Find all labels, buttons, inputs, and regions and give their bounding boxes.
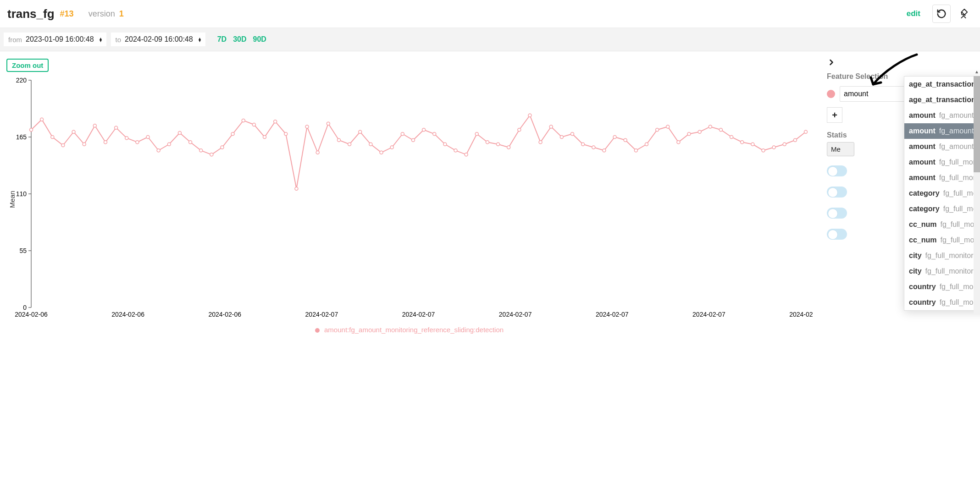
scrollbar-thumb[interactable] [974, 76, 980, 172]
svg-point-62 [475, 132, 478, 136]
dropdown-option[interactable]: age_at_transactionfg_full_monitoring_sli… [904, 92, 980, 108]
svg-point-51 [359, 130, 362, 133]
page-title: trans_fg [7, 7, 55, 21]
header-bar: trans_fg #13 version 1 edit [0, 0, 980, 28]
svg-point-40 [242, 119, 245, 122]
refresh-button[interactable] [932, 5, 951, 23]
svg-point-41 [252, 123, 255, 126]
svg-point-48 [327, 122, 330, 125]
svg-point-93 [804, 130, 808, 133]
svg-text:55: 55 [19, 247, 27, 254]
svg-point-72 [581, 143, 585, 146]
svg-point-20 [30, 128, 33, 132]
svg-text:165: 165 [16, 133, 27, 141]
svg-point-91 [783, 143, 786, 146]
date-toolbar: from 2023-01-09 16:00:48 ▴▾ to 2024-02-0… [0, 28, 980, 51]
svg-point-63 [486, 141, 489, 144]
dropdown-scrollbar[interactable]: ▲ [974, 76, 980, 314]
svg-point-59 [443, 143, 447, 146]
svg-point-21 [40, 118, 44, 121]
svg-point-81 [677, 141, 680, 144]
toggle-1[interactable] [827, 165, 847, 176]
svg-point-68 [539, 141, 542, 144]
svg-point-86 [730, 136, 733, 139]
svg-text:0: 0 [23, 304, 27, 311]
dropdown-option[interactable]: cc_numfg_full_monitoring_sliding [904, 232, 980, 248]
toggle-4[interactable] [827, 229, 847, 240]
svg-point-45 [295, 187, 298, 190]
dropdown-option[interactable]: categoryfg_full_monitoring_sliding [904, 201, 980, 217]
svg-point-65 [507, 146, 510, 149]
svg-point-78 [645, 143, 648, 146]
dropdown-option[interactable]: amountfg_full_monitoring_sliding [904, 170, 980, 186]
svg-point-76 [624, 138, 627, 142]
quick-range-7d[interactable]: 7D [217, 35, 227, 44]
svg-point-42 [263, 136, 266, 139]
svg-text:2024-02-07: 2024-02-07 [499, 311, 532, 318]
legend-label: amount:fg_amount_monitoring_reference_sl… [324, 326, 504, 334]
svg-point-43 [274, 120, 277, 123]
dropdown-option[interactable]: cityfg_full_monitoring_sliding [904, 263, 980, 279]
dropdown-option[interactable]: categoryfg_full_monitoring [904, 186, 980, 201]
svg-point-70 [560, 136, 563, 139]
svg-point-52 [369, 143, 372, 146]
svg-text:2024-02-06: 2024-02-06 [15, 311, 48, 318]
statistic-select[interactable]: Me [827, 142, 854, 156]
svg-point-57 [422, 128, 426, 132]
svg-point-35 [189, 141, 192, 144]
svg-point-26 [93, 124, 96, 127]
zoom-out-button[interactable]: Zoom out [6, 59, 49, 72]
svg-point-60 [454, 149, 457, 152]
svg-text:2024-02-07: 2024-02-07 [305, 311, 338, 318]
svg-point-47 [316, 151, 319, 154]
svg-point-85 [719, 128, 722, 132]
svg-point-77 [634, 149, 637, 152]
svg-point-46 [305, 125, 309, 128]
svg-point-75 [613, 136, 616, 139]
line-chart: 0551101652202024-02-062024-02-062024-02-… [6, 76, 813, 323]
dropdown-option[interactable]: countryfg_full_monitoring [904, 279, 980, 295]
svg-text:220: 220 [16, 77, 27, 84]
svg-point-67 [528, 114, 532, 117]
version-label: version 1 [89, 9, 124, 19]
quick-range-30d[interactable]: 30D [233, 35, 246, 44]
svg-point-53 [380, 151, 383, 154]
svg-point-82 [687, 132, 691, 136]
quick-range-90d[interactable]: 90D [253, 35, 266, 44]
legend-dot-icon [315, 328, 320, 333]
dropdown-option[interactable]: age_at_transactionfg_full_monitoring [904, 77, 980, 92]
stepper-icon: ▴▾ [100, 37, 102, 42]
toggle-2[interactable] [827, 187, 847, 198]
svg-point-22 [51, 136, 54, 139]
svg-point-49 [337, 138, 340, 142]
pin-button[interactable] [954, 5, 973, 23]
dropdown-option[interactable]: amountfg_amount_monitoring_reference_val… [904, 139, 980, 154]
to-date-picker[interactable]: to 2024-02-09 16:00:48 ▴▾ [111, 33, 205, 46]
dropdown-option[interactable]: countryfg_full_monitoring_sliding [904, 295, 980, 310]
svg-point-37 [210, 153, 213, 156]
from-date-picker[interactable]: from 2023-01-09 16:00:48 ▴▾ [4, 33, 106, 46]
svg-point-27 [104, 141, 107, 144]
svg-text:2024-02-06: 2024-02-06 [208, 311, 241, 318]
svg-point-74 [603, 149, 606, 152]
dropdown-option[interactable]: cc_numfg_full_monitoring [904, 217, 980, 232]
svg-text:2024-02-06: 2024-02-06 [111, 311, 144, 318]
svg-point-56 [411, 138, 415, 142]
dropdown-option[interactable]: cityfg_full_monitoring [904, 248, 980, 263]
svg-point-80 [666, 125, 670, 128]
chart-legend: amount:fg_amount_monitoring_reference_sl… [6, 326, 813, 334]
svg-point-66 [518, 128, 521, 132]
collapse-panel-button[interactable] [827, 58, 972, 69]
feature-dropdown-list[interactable]: age_at_transactionfg_full_monitoringage_… [904, 76, 980, 311]
edit-button[interactable]: edit [907, 9, 920, 18]
dropdown-option[interactable]: amountfg_amount_monitoring_reference_sli… [904, 123, 980, 139]
toggle-3[interactable] [827, 208, 847, 219]
dropdown-option[interactable]: amountfg_amount_feature_monitoring [904, 108, 980, 123]
svg-point-69 [549, 125, 553, 128]
svg-point-84 [709, 125, 712, 128]
stepper-icon: ▴▾ [199, 37, 201, 42]
svg-point-61 [465, 153, 468, 156]
add-feature-button[interactable]: + [827, 107, 842, 123]
dropdown-option[interactable]: amountfg_full_monitoring [904, 154, 980, 170]
y-axis-label: Mean [8, 191, 16, 208]
